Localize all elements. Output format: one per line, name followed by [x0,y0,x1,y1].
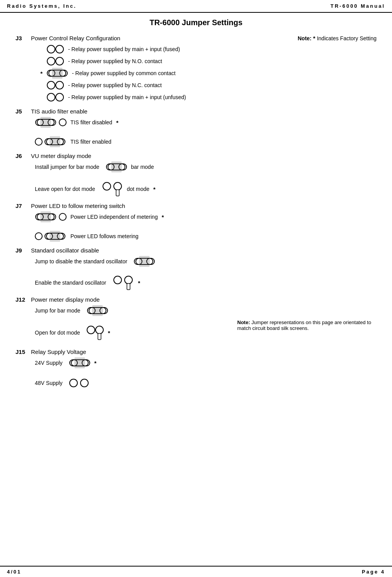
j3-row-2: - Relay power supplied by N.O. contact [35,56,377,67]
j12-rows: Jump for bar mode Open for dot mode [35,305,229,341]
j6-row2-ast: * [153,186,156,192]
j6-jumper2 [101,181,123,197]
j15-row2: 48V Supply [35,378,377,388]
j5-jumper1 [35,117,67,128]
svg-point-3 [56,57,63,65]
j9-title: Standard oscillator disable [31,247,377,254]
j5-row1-ast: * [116,119,118,126]
j9-rows: Jump to disable the standard oscillator … [35,256,377,291]
j12-row1: Jump for bar mode [35,305,229,316]
j6-row1-post: bar mode [131,164,154,170]
j6-row1-pre: Install jumper for bar mode [35,164,99,170]
svg-point-43 [96,326,103,334]
j6-rows: Install jumper for bar mode bar mode Lea… [35,161,377,197]
j9-label: J9 [15,247,26,254]
j3-rows: - Relay power supplied by main + input (… [35,44,377,103]
j3-row4-text: - Relay power supplied by N.C. contact [68,82,162,88]
header-left: Radio Systems, Inc. [7,3,77,9]
page-header: Radio Systems, Inc. TR-6000 Manual [0,0,392,13]
svg-point-1 [56,45,63,53]
j15-row1-ast: * [94,360,97,366]
j7-row1: Power LED independent of metering * [35,211,377,222]
j12-note: Note: Jumper representations on this pag… [237,319,377,331]
j6-row1: Install jumper for bar mode bar mode [35,161,377,172]
j12-note-text: Jumper representations on this page are … [237,319,371,331]
j3-row5-text: - Relay power supplied by main + input (… [68,94,186,100]
j9-row2: Enable the standard oscillator * [35,275,377,291]
j6-title: VU meter display mode [31,153,377,159]
svg-point-10 [56,93,63,101]
section-j12: J12 Power meter display mode Jump for ba… [15,296,377,343]
svg-rect-24 [116,190,119,196]
j3-row1-text: - Relay power supplied by main + input (… [68,46,180,52]
j6-row2: Leave open for dot mode dot mode * [35,181,377,197]
svg-point-7 [47,81,55,89]
j6-jumper1 [106,161,127,172]
j3-header: J3 Power Control Relay Configuration Not… [15,35,377,41]
j5-title: TIS audio filter enable [31,108,377,115]
j9-jumper2 [112,275,134,291]
j5-row1-text: TIS filter disabled [70,119,112,125]
j3-label: J3 [15,35,26,41]
footer-right: Page 4 [362,569,385,575]
j12-row2: Open for dot mode * [35,325,229,341]
j7-header: J7 Power LED to follow metering switch [15,203,377,209]
j7-row2: Power LED follows metering [35,231,377,242]
j12-label: J12 [15,296,26,303]
j12-jumper2 [86,325,104,341]
j9-row1-pre: Jump to disable the standard oscillator [35,258,127,264]
j7-label: J7 [15,203,26,209]
svg-point-29 [35,233,42,240]
svg-rect-38 [127,283,130,290]
j3-note: Note: * Indicates Factory Setting [298,35,377,41]
j15-jumper2 [69,378,91,388]
j15-row1: 24V Supply * [35,357,377,368]
svg-point-22 [103,182,111,190]
j15-row2-pre: 48V Supply [35,380,63,386]
svg-point-2 [47,57,55,65]
j7-row1-ast: * [162,214,164,220]
j5-row2-text: TIS filter enabled [70,139,111,145]
svg-point-23 [114,182,122,190]
j15-label: J15 [15,349,26,355]
j5-jumper2 [35,136,67,147]
header-right: TR-6000 Manual [330,3,385,9]
j7-row1-post: Power LED independent of metering [70,214,158,220]
j7-title: Power LED to follow metering switch [31,203,377,209]
j12-row2-ast: * [108,330,110,336]
page-footer: 4/01 Page 4 [0,566,392,577]
svg-point-8 [56,81,63,89]
j7-jumper1 [35,211,67,222]
j15-row1-pre: 24V Supply [35,360,63,366]
j7-jumper2 [35,231,67,242]
section-j15: J15 Relay Supply Voltage 24V Supply * 48… [15,349,377,388]
page-title: TR-6000 Jumper Settings [0,13,392,31]
svg-point-28 [59,213,66,220]
j3-title: Power Control Relay Configuration [31,35,293,41]
jumper-bridged-2 [46,68,68,79]
j3-row-4: - Relay power supplied by N.C. contact [35,80,377,91]
j5-label: J5 [15,108,26,115]
j12-note-label: Note: [237,319,250,325]
j6-header: J6 VU meter display mode [15,153,377,159]
j7-rows: Power LED independent of metering * Powe… [35,211,377,242]
j3-row-5: - Relay power supplied by main + input (… [35,92,377,103]
j7-row2-post: Power LED follows metering [70,233,139,239]
section-j9: J9 Standard oscillator disable Jump to d… [15,247,377,291]
j5-row1: TIS filter disabled * [35,117,377,128]
j3-row-1: - Relay power supplied by main + input (… [35,44,377,55]
j12-jumper1 [87,305,108,316]
j3-row3-text: - Relay power supplied by common contact [72,70,176,76]
j9-row1: Jump to disable the standard oscillator [35,256,377,267]
j15-jumper1 [69,357,91,368]
j15-title: Relay Supply Voltage [31,349,377,355]
j6-row2-post: dot mode [127,186,149,192]
j5-rows: TIS filter disabled * TIS filter enabled [35,117,377,147]
svg-point-37 [125,276,132,284]
j15-rows: 24V Supply * 48V Supply [35,357,377,388]
j3-row-3: * - Relay power supplied by common conta… [35,68,377,79]
j12-header: J12 Power meter display mode [15,296,229,303]
svg-point-48 [70,379,77,387]
svg-point-14 [59,119,66,126]
svg-point-36 [114,276,122,284]
